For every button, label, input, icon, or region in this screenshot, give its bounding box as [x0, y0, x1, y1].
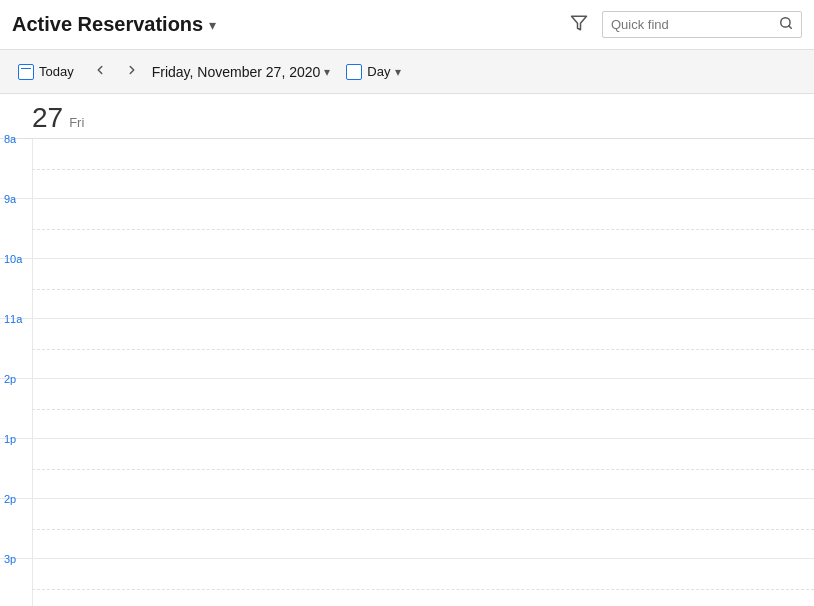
time-label: 10a [0, 251, 32, 310]
svg-marker-0 [572, 16, 587, 30]
current-date: Friday, November 27, 2020 [152, 64, 321, 80]
title-chevron-icon[interactable]: ▾ [209, 17, 216, 33]
time-label: 8a [0, 131, 32, 190]
today-button[interactable]: Today [12, 61, 80, 83]
header-left: Active Reservations ▾ [12, 13, 216, 36]
time-label: 3p [0, 551, 32, 606]
time-label: 9a [0, 191, 32, 250]
time-content[interactable] [32, 259, 814, 318]
filter-icon[interactable] [566, 10, 592, 40]
view-calendar-icon [346, 64, 362, 80]
time-content[interactable] [32, 139, 814, 198]
calendar-container: 27 Fri 8a9a10a11a2p1p2p3p [0, 94, 814, 606]
calendar-icon [18, 64, 34, 80]
time-content[interactable] [32, 379, 814, 438]
toolbar: Today Friday, November 27, 2020 ▾ Day ▾ [0, 50, 814, 94]
time-label: 11a [0, 311, 32, 370]
time-row[interactable]: 11a [0, 319, 814, 379]
prev-button[interactable] [88, 60, 112, 83]
time-row[interactable]: 1p [0, 439, 814, 499]
today-label: Today [39, 64, 74, 79]
date-label[interactable]: Friday, November 27, 2020 ▾ [152, 64, 331, 80]
time-label: 1p [0, 431, 32, 490]
search-icon [779, 16, 793, 33]
time-label: 2p [0, 371, 32, 430]
page-title: Active Reservations [12, 13, 203, 36]
time-row[interactable]: 2p [0, 499, 814, 559]
next-button[interactable] [120, 60, 144, 83]
search-input[interactable] [611, 17, 779, 32]
time-content[interactable] [32, 439, 814, 498]
day-header: 27 Fri [0, 94, 814, 139]
day-number: 27 [32, 102, 63, 134]
time-row[interactable]: 10a [0, 259, 814, 319]
time-row[interactable]: 2p [0, 379, 814, 439]
day-name: Fri [69, 115, 84, 130]
view-chevron-icon: ▾ [395, 65, 401, 79]
time-content[interactable] [32, 319, 814, 378]
header-right [566, 10, 802, 40]
view-label: Day [367, 64, 390, 79]
time-row[interactable]: 9a [0, 199, 814, 259]
view-selector[interactable]: Day ▾ [346, 64, 401, 80]
time-label: 2p [0, 491, 32, 550]
time-row[interactable]: 8a [0, 139, 814, 199]
time-content[interactable] [32, 559, 814, 606]
header: Active Reservations ▾ [0, 0, 814, 50]
time-grid: 8a9a10a11a2p1p2p3p [0, 139, 814, 606]
time-content[interactable] [32, 199, 814, 258]
date-chevron-icon: ▾ [324, 65, 330, 79]
svg-line-2 [789, 26, 792, 29]
search-box [602, 11, 802, 38]
time-row[interactable]: 3p [0, 559, 814, 606]
time-content[interactable] [32, 499, 814, 558]
